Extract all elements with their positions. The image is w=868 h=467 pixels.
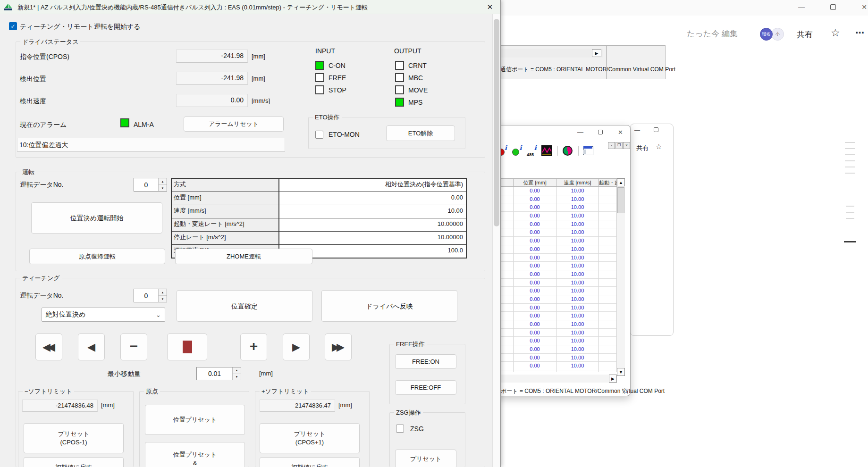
preset-cpos-plus-button[interactable]: プリセット (CPOS+1) bbox=[260, 423, 360, 453]
more-options-icon[interactable]: ⋯ bbox=[855, 27, 865, 38]
minimize-icon[interactable]: — bbox=[794, 1, 809, 13]
table-cell: 0.00 bbox=[514, 262, 556, 270]
soft-limit-plus-reset-button[interactable]: 初期値に戻す bbox=[260, 457, 360, 467]
share-button[interactable]: 共有 bbox=[636, 144, 649, 152]
jog-fast-forward-button[interactable]: ▶▶ bbox=[325, 334, 352, 360]
jog-plus-button[interactable]: + bbox=[240, 334, 267, 360]
mdi-close-icon[interactable]: x bbox=[623, 142, 630, 149]
horizontal-scrollbar[interactable] bbox=[498, 49, 603, 58]
table-header-cell: 速度 [mm/s] bbox=[556, 178, 599, 187]
mdi-restore-icon[interactable]: ❐ bbox=[615, 142, 623, 149]
waveform-monitor-icon[interactable] bbox=[541, 145, 552, 156]
eto-release-button[interactable]: ETO解除 bbox=[386, 125, 455, 141]
home-return-button[interactable]: 原点復帰運転 bbox=[29, 249, 165, 264]
command-position-label: 指令位置(CPOS) bbox=[20, 53, 69, 61]
min-move-unit: [mm] bbox=[259, 370, 273, 377]
favorite-star-icon[interactable]: ☆ bbox=[656, 142, 662, 151]
minimize-icon[interactable]: — bbox=[577, 128, 583, 135]
operation-data-no-spinner[interactable]: 0 ▲▼ bbox=[134, 178, 167, 192]
position-preset-button[interactable]: 位置プリセット bbox=[145, 405, 245, 435]
zsg-preset-button[interactable]: プリセット bbox=[395, 450, 456, 467]
doc-mark bbox=[846, 218, 854, 219]
start-teaching-checkbox[interactable] bbox=[9, 22, 17, 30]
scroll-down-icon[interactable]: ▼ bbox=[617, 368, 625, 376]
close-icon[interactable]: ✕ bbox=[618, 129, 623, 136]
jog-fast-backward-button[interactable]: ◀◀ bbox=[35, 334, 62, 360]
favorite-star-icon[interactable]: ☆ bbox=[831, 27, 840, 39]
output-label: OUTPUT bbox=[394, 47, 421, 55]
detected-speed-unit: [mm/s] bbox=[252, 97, 270, 104]
preset-cpos-minus-button[interactable]: プリセット (CPOS-1) bbox=[24, 423, 124, 453]
table-row: 0.0010.00 bbox=[498, 287, 617, 295]
doc-mark bbox=[846, 206, 854, 207]
positioning-mode-select[interactable]: 絶対位置決め ⌄ bbox=[42, 308, 165, 322]
scroll-right-icon[interactable]: ▶ bbox=[592, 49, 601, 57]
close-icon[interactable]: ✕ bbox=[480, 0, 500, 14]
dialog-title: 新規1* | AZ パルス列入力/位置決め機能内蔵/RS-485通信付きパルス列… bbox=[17, 3, 368, 12]
dialog-scrollbar[interactable] bbox=[492, 14, 500, 467]
io-monitor-icon[interactable]: i bbox=[512, 145, 522, 156]
zsg-checkbox[interactable] bbox=[396, 425, 404, 433]
free-on-button[interactable]: FREE:ON bbox=[395, 354, 456, 369]
spin-up-icon[interactable]: ▲ bbox=[233, 367, 241, 374]
eto-mon-checkbox[interactable] bbox=[315, 131, 323, 139]
spin-down-icon[interactable]: ▼ bbox=[159, 296, 167, 302]
resize-grip[interactable] bbox=[622, 388, 628, 394]
spin-up-icon[interactable]: ▲ bbox=[159, 178, 167, 185]
scrollbar-thumb[interactable] bbox=[617, 187, 624, 213]
horizontal-scrollbar[interactable]: ▶ bbox=[501, 375, 617, 383]
table-row: 0.0010.00 bbox=[498, 212, 617, 220]
teaching-data-no-spinner[interactable]: 0 ▲▼ bbox=[134, 289, 167, 302]
scrollbar-thumb[interactable] bbox=[494, 19, 499, 226]
zhome-button[interactable]: ZHOME運転 bbox=[175, 249, 312, 264]
table-cell: 0.00 bbox=[514, 212, 556, 220]
close-icon[interactable]: ✕ bbox=[857, 1, 868, 13]
apply-to-driver-button[interactable]: ドライバへ反映 bbox=[321, 290, 457, 322]
soft-limit-minus-reset-button[interactable]: 初期値に戻す bbox=[24, 457, 124, 467]
share-button[interactable]: 共有 bbox=[797, 29, 813, 40]
soft-limit-plus-label: +ソフトリミット bbox=[260, 387, 311, 396]
table-cell: 10.00 bbox=[556, 195, 599, 204]
origin-group-label: 原点 bbox=[144, 387, 160, 396]
input-c-on-label: C-ON bbox=[329, 62, 346, 69]
table-row: 0.0010.00 bbox=[498, 345, 617, 354]
data-window-icon[interactable] bbox=[583, 145, 594, 156]
table-cell: 10.00 bbox=[556, 203, 599, 212]
avatar[interactable]: 瑠名 bbox=[760, 28, 773, 41]
avatar-secondary[interactable]: 小 bbox=[771, 28, 784, 41]
restore-icon[interactable] bbox=[654, 127, 658, 132]
mdi-minimize-icon[interactable]: - bbox=[608, 142, 615, 149]
positioning-start-button[interactable]: 位置決め運転開始 bbox=[31, 202, 162, 234]
table-header-cell: 位置 [mm] bbox=[514, 178, 556, 187]
minimize-icon[interactable]: — bbox=[634, 127, 640, 133]
table-row: 0.0010.00 bbox=[498, 329, 617, 337]
spin-down-icon[interactable]: ▼ bbox=[233, 374, 241, 380]
fast-backward-icon: ◀◀ bbox=[42, 342, 52, 352]
operation-parameter-table: 方式 相対位置決め(指令位置基準) 位置 [mm] 0.00 速度 [mm/s]… bbox=[171, 178, 467, 259]
eto-mon-label: ETO-MON bbox=[329, 131, 360, 138]
restore-icon[interactable] bbox=[826, 1, 840, 13]
min-move-label: 最小移動量 bbox=[108, 370, 141, 378]
position-set-button[interactable]: 位置確定 bbox=[177, 290, 312, 322]
jog-forward-button[interactable]: ▶ bbox=[283, 334, 310, 360]
min-move-spinner[interactable]: 0.01 ▲▼ bbox=[196, 367, 241, 380]
jog-minus-button[interactable]: − bbox=[120, 334, 147, 360]
scroll-right-icon[interactable]: ▶ bbox=[609, 375, 617, 383]
position-preset-both-limits-button[interactable]: 位置プリセット & 両リミットを初期値 bbox=[145, 442, 245, 467]
soft-limit-minus-unit: [mm] bbox=[101, 401, 115, 409]
status-bar: ポート = COM5 : ORIENTAL MOTOR/Common Virtu… bbox=[501, 387, 665, 395]
table-row: 0.0010.00 bbox=[498, 203, 617, 212]
scroll-up-icon[interactable]: ▲ bbox=[617, 178, 625, 186]
spin-up-icon[interactable]: ▲ bbox=[159, 289, 167, 296]
jog-stop-button[interactable] bbox=[167, 334, 207, 360]
rs485-monitor-icon[interactable]: i485 bbox=[527, 145, 538, 156]
free-off-button[interactable]: FREE:OFF bbox=[395, 380, 456, 395]
teaching-remote-icon[interactable] bbox=[562, 145, 573, 156]
alarm-name: ALM-A bbox=[134, 121, 154, 128]
spin-down-icon[interactable]: ▼ bbox=[159, 185, 167, 191]
vertical-scrollbar[interactable]: ▲ ▼ bbox=[617, 178, 625, 376]
jog-backward-button[interactable]: ◀ bbox=[78, 334, 105, 360]
alarm-reset-button[interactable]: アラームリセット bbox=[184, 117, 284, 132]
maximize-icon[interactable] bbox=[598, 130, 603, 134]
zsg-checkbox-label: ZSG bbox=[410, 425, 424, 433]
